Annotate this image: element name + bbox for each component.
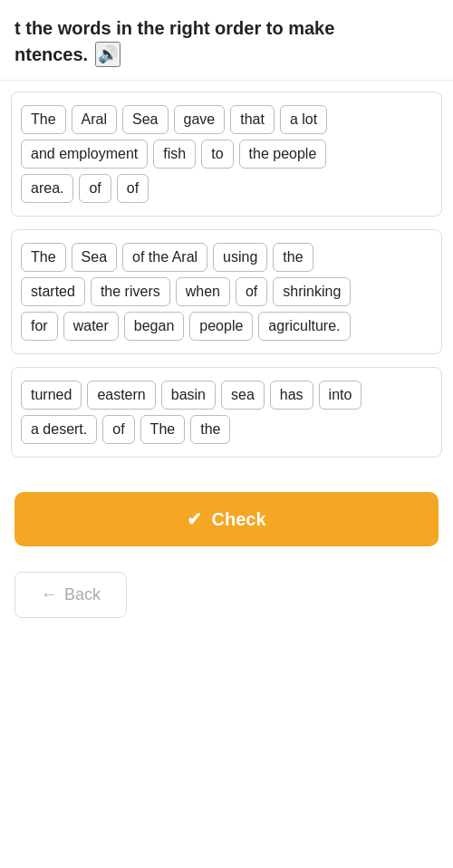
sentence-block-1: TheAralSeagavethata lotand employmentfis… — [11, 92, 442, 217]
word-tile[interactable]: for — [21, 312, 58, 341]
page-title: t the words in the right order to make — [14, 16, 439, 40]
word-tile[interactable]: has — [270, 381, 313, 410]
word-tile[interactable]: when — [176, 277, 230, 306]
back-button-label: Back — [64, 585, 101, 604]
word-tile[interactable]: fish — [153, 140, 196, 169]
word-tile[interactable]: area. — [21, 174, 73, 203]
word-tile[interactable]: started — [21, 277, 85, 306]
word-tile[interactable]: The — [21, 105, 66, 134]
word-tile[interactable]: a desert. — [21, 415, 97, 444]
back-btn-container: ← Back — [0, 563, 453, 636]
audio-button[interactable]: 🔊 — [95, 42, 120, 67]
word-tile[interactable]: and employment — [21, 140, 148, 169]
word-tile[interactable]: Sea — [72, 243, 117, 272]
word-tile[interactable]: that — [230, 105, 275, 134]
word-tile[interactable]: The — [140, 415, 186, 444]
sentence-block-2: TheSeaof the Aralusingthestartedthe rive… — [11, 229, 442, 354]
word-tile[interactable]: turned — [21, 381, 82, 410]
word-tile[interactable]: began — [124, 312, 185, 341]
sentence-3-row-2: a desert.ofThethe — [21, 415, 432, 444]
sentence-1-row-2: and employmentfishtothe people — [21, 140, 432, 169]
sentence-2-row-2: startedthe riverswhenofshrinking — [21, 277, 432, 306]
word-tile[interactable]: of the Aral — [122, 243, 207, 272]
sentence-1-row-1: TheAralSeagavethata lot — [21, 105, 432, 134]
check-button-label: Check — [211, 509, 265, 530]
check-button[interactable]: ✔ Check — [14, 492, 439, 546]
word-tile[interactable]: of — [236, 277, 267, 306]
back-arrow-icon: ← — [41, 585, 57, 604]
subtitle-text: ntences. — [14, 44, 88, 65]
word-tile[interactable]: Aral — [72, 105, 117, 134]
word-tile[interactable]: people — [189, 312, 253, 341]
word-tile[interactable]: the people — [239, 140, 327, 169]
word-tile[interactable]: of — [79, 174, 111, 203]
sentence-1-row-3: area.ofof — [21, 174, 432, 203]
sentences-container: TheAralSeagavethata lotand employmentfis… — [0, 81, 453, 458]
back-button[interactable]: ← Back — [14, 572, 127, 618]
word-tile[interactable]: water — [63, 312, 119, 341]
word-tile[interactable]: the — [273, 243, 313, 272]
sentence-2-row-3: forwaterbeganpeopleagriculture. — [21, 312, 432, 341]
check-btn-container: ✔ Check — [0, 470, 453, 563]
word-tile[interactable]: into — [319, 381, 362, 410]
word-tile[interactable]: of — [102, 415, 134, 444]
word-tile[interactable]: basin — [161, 381, 216, 410]
word-tile[interactable]: gave — [174, 105, 226, 134]
word-tile[interactable]: agriculture. — [258, 312, 350, 341]
sentence-3-row-1: turnedeasternbasinseahasinto — [21, 381, 432, 410]
word-tile[interactable]: sea — [221, 381, 265, 410]
word-tile[interactable]: to — [201, 140, 233, 169]
header: t the words in the right order to make n… — [0, 0, 453, 81]
header-subtitle: ntences. 🔊 — [14, 42, 439, 67]
sentence-2-row-1: TheSeaof the Aralusingthe — [21, 243, 432, 272]
word-tile[interactable]: of — [117, 174, 149, 203]
word-tile[interactable]: eastern — [87, 381, 155, 410]
word-tile[interactable]: Sea — [122, 105, 168, 134]
word-tile[interactable]: The — [21, 243, 66, 272]
word-tile[interactable]: the rivers — [91, 277, 170, 306]
word-tile[interactable]: using — [213, 243, 267, 272]
word-tile[interactable]: a lot — [280, 105, 327, 134]
check-icon: ✔ — [187, 508, 202, 530]
sentence-block-3: turnedeasternbasinseahasintoa desert.ofT… — [11, 367, 442, 458]
word-tile[interactable]: the — [190, 415, 230, 444]
word-tile[interactable]: shrinking — [273, 277, 351, 306]
